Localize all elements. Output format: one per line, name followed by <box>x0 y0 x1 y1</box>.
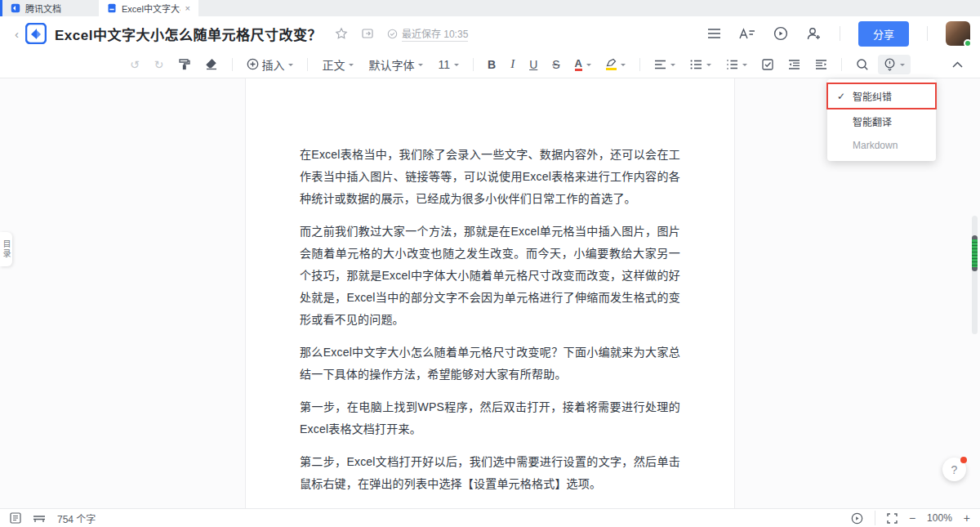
fullscreen-button[interactable] <box>887 513 898 524</box>
search-icon <box>856 58 869 71</box>
insert-button[interactable]: 插入 <box>241 53 299 76</box>
chevron-down-icon <box>454 64 459 69</box>
highlight-color-button[interactable] <box>600 55 631 74</box>
word-count: 754 个字 <box>57 511 96 525</box>
close-icon[interactable]: × <box>185 4 190 13</box>
divider <box>875 511 875 525</box>
redo-button[interactable]: ↻ <box>149 55 170 74</box>
statusbar: 754 个字 − 100% + <box>0 508 980 527</box>
chevron-down-icon <box>670 64 675 69</box>
play-demo-button[interactable] <box>773 26 788 41</box>
play-circle-icon <box>851 512 863 525</box>
avatar[interactable] <box>946 21 970 46</box>
eraser-icon <box>205 58 218 70</box>
paragraph[interactable]: 第二步，Excel文档打开好以后，我们选中需要进行设置的文字，然后单击鼠标右键，… <box>300 451 680 495</box>
save-status: 最近保存 10:35 <box>387 26 468 42</box>
check-circle-icon <box>387 29 398 39</box>
document-page[interactable]: 在Excel表格当中，我们除了会录入一些文字、数据内容外，还可以会在工作表当中插… <box>245 78 735 508</box>
favorite-button[interactable] <box>335 27 348 40</box>
divider <box>639 58 640 71</box>
zoom-in-button[interactable]: + <box>964 512 970 524</box>
highlight-color-swatch <box>606 68 617 70</box>
outdent-button[interactable] <box>782 56 806 73</box>
move-to-folder-button[interactable] <box>361 27 374 40</box>
collaborator-marker <box>972 239 978 267</box>
bold-button[interactable]: B <box>482 55 501 74</box>
bullet-list-button[interactable] <box>684 56 717 73</box>
font-size-select[interactable]: 11 <box>432 55 465 74</box>
paragraph[interactable]: 那么Excel中文字大小怎么随着单元格尺寸改变呢？下面小编就来为大家总结一下具体… <box>300 342 680 386</box>
notification-dot <box>960 457 967 463</box>
tencent-docs-favicon <box>11 3 20 13</box>
hamburger-icon <box>707 28 721 39</box>
align-button[interactable] <box>648 56 681 73</box>
chevron-down-icon <box>349 64 354 69</box>
italic-button[interactable]: I <box>505 54 520 74</box>
add-collaborator-button[interactable] <box>806 27 822 41</box>
page-width-icon <box>33 513 46 524</box>
menu-item-label: Markdown <box>853 140 898 151</box>
text-outline-icon <box>739 28 755 40</box>
toolbar: ↺ ↻ 插入 正文 默认字体 11 B I U S A <box>0 51 980 78</box>
format-painter-button[interactable] <box>172 55 196 74</box>
numbered-list-button[interactable] <box>720 56 753 73</box>
tab-document[interactable]: Excel中文字大小 × <box>99 0 198 16</box>
search-button[interactable] <box>850 55 875 74</box>
help-button[interactable]: ? <box>942 458 966 481</box>
paragraph[interactable]: 在Excel表格当中，我们除了会录入一些文字、数据内容外，还可以会在工作表当中插… <box>300 144 680 210</box>
lightbulb-icon <box>884 58 896 71</box>
help-label: ? <box>951 463 958 476</box>
divider <box>473 58 474 71</box>
collapse-toolbar-button[interactable] <box>947 58 969 71</box>
page-title: Excel中文字大小怎么随单元格尺寸改变？ <box>55 24 322 44</box>
font-family-select[interactable]: 默认字体 <box>363 53 429 76</box>
toc-label: 目录 <box>0 239 12 259</box>
checklist-button[interactable] <box>756 56 779 74</box>
word-count-tools-button[interactable] <box>739 28 755 40</box>
menu-button[interactable] <box>707 28 721 39</box>
outline-toggle-button[interactable] <box>10 512 21 524</box>
chevron-down-icon <box>418 64 423 69</box>
scrollbar-thumb[interactable] <box>972 235 978 271</box>
menu-item-smart-translate[interactable]: 智能翻译 <box>827 109 936 134</box>
font-color-button[interactable]: A <box>569 55 597 74</box>
share-button[interactable]: 分享 <box>858 21 909 47</box>
outdent-icon <box>788 60 800 69</box>
menu-item-smart-correction[interactable]: ✓ 智能纠错 <box>827 83 936 109</box>
numbered-list-icon <box>726 60 738 69</box>
underline-button[interactable]: U <box>523 55 543 74</box>
scrollbar-track[interactable] <box>972 216 978 334</box>
chevron-down-icon <box>706 64 711 69</box>
chevron-up-icon <box>952 61 963 68</box>
tencent-docs-logo[interactable] <box>25 23 47 44</box>
indent-button[interactable] <box>809 56 833 73</box>
checkbox-icon <box>762 59 773 70</box>
page-setup-button[interactable] <box>33 513 46 524</box>
expand-icon <box>887 513 898 524</box>
chevron-down-icon <box>586 64 591 69</box>
paragraph-style-select[interactable]: 正文 <box>316 53 359 76</box>
align-left-icon <box>654 60 666 69</box>
menu-item-markdown[interactable]: Markdown <box>827 134 936 157</box>
back-button[interactable]: ‹ <box>10 27 24 41</box>
tab-tencent-docs[interactable]: 腾讯文档 <box>2 0 99 16</box>
divider <box>841 58 842 71</box>
present-button[interactable] <box>851 512 863 525</box>
eraser-button[interactable] <box>199 55 224 74</box>
folder-move-icon <box>361 27 374 40</box>
outline-icon <box>10 512 21 524</box>
plus-circle-icon <box>247 58 259 70</box>
paragraph[interactable]: 而之前我们教过大家一个方法，那就是在Excel单元格当中插入图片，图片会随着单元… <box>300 221 680 331</box>
paragraph[interactable]: 第一步，在电脑上找到WPS程序，然后双击打开，接着将需要进行处理的Excel表格… <box>300 396 680 440</box>
tab-label: Excel中文字大小 <box>122 2 180 15</box>
doc-favicon <box>107 3 117 13</box>
toc-tab[interactable]: 目录 <box>0 232 12 266</box>
zoom-out-button[interactable]: − <box>909 512 915 524</box>
zoom-level[interactable]: 100% <box>927 512 952 524</box>
undo-button[interactable]: ↺ <box>124 55 145 74</box>
chevron-down-icon <box>288 64 293 69</box>
check-icon: ✓ <box>837 91 847 102</box>
strikethrough-button[interactable]: S <box>546 55 565 74</box>
smart-tools-button[interactable] <box>878 55 911 74</box>
divider <box>307 58 308 71</box>
